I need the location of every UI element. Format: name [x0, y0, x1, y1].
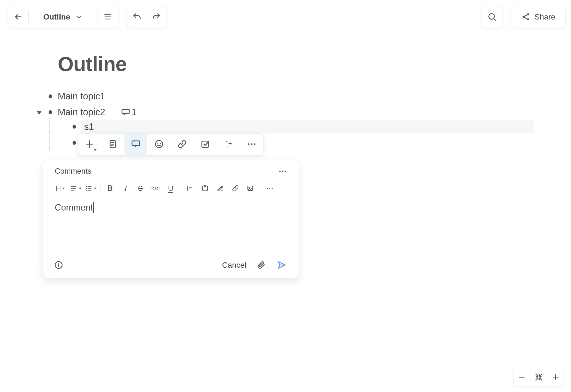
- search-icon: [487, 12, 497, 22]
- svg-text:“: “: [134, 140, 135, 144]
- comment-count: 1: [132, 107, 137, 117]
- insert-image-button[interactable]: [243, 182, 258, 194]
- fit-to-screen-button[interactable]: [530, 372, 547, 382]
- outline-item-main-topic2[interactable]: Main topic2: [58, 107, 105, 117]
- bullet-handle[interactable]: [73, 125, 76, 129]
- link-button[interactable]: [228, 182, 243, 194]
- more-button[interactable]: [240, 134, 263, 154]
- ordered-list-button[interactable]: [182, 182, 198, 194]
- topbar-left-group: Outline: [8, 6, 118, 28]
- doc-switcher-label: Outline: [43, 13, 70, 22]
- outline-item-main-topic1[interactable]: Main topic1: [58, 91, 105, 102]
- bullet-handle[interactable]: [49, 95, 52, 98]
- send-button[interactable]: [276, 260, 287, 270]
- checklist-icon: [200, 139, 210, 149]
- page-title[interactable]: Outline: [58, 52, 127, 76]
- hamburger-menu-icon: [103, 12, 112, 22]
- zoom-in-button[interactable]: [547, 373, 564, 381]
- add-icon: [84, 139, 95, 150]
- attach-button[interactable]: [257, 260, 266, 270]
- row-highlight: [81, 120, 534, 133]
- send-icon: [276, 260, 287, 270]
- bullet-handle[interactable]: [73, 141, 76, 145]
- link-icon: [177, 139, 187, 149]
- search-button[interactable]: [481, 6, 503, 28]
- share-button-label: Share: [534, 13, 555, 22]
- cancel-button[interactable]: Cancel: [222, 261, 246, 270]
- link-icon: [232, 184, 239, 192]
- underline-icon: U: [168, 184, 173, 193]
- undo-button[interactable]: [127, 6, 147, 28]
- paperclip-icon: [257, 260, 266, 270]
- italic-button[interactable]: I: [117, 182, 133, 194]
- highlighter-button[interactable]: [213, 182, 228, 194]
- emoji-button[interactable]: [147, 134, 171, 154]
- history-group: [127, 6, 166, 28]
- comments-panel-title: Comments: [55, 167, 91, 176]
- compress-icon: [534, 372, 543, 382]
- note-icon: [108, 139, 118, 149]
- comment-quote-icon: “: [131, 139, 141, 149]
- comment-format-toolbar: H: [53, 182, 289, 194]
- note-button[interactable]: [101, 134, 124, 154]
- ellipsis-icon: [247, 139, 257, 149]
- comment-input[interactable]: Comment: [55, 202, 94, 213]
- chevron-down-icon: [94, 188, 97, 189]
- inline-code-icon: </>: [151, 185, 160, 192]
- more-formats-button[interactable]: [262, 182, 278, 194]
- text-cursor: [93, 202, 94, 213]
- divider: [260, 183, 260, 194]
- checklist-button[interactable]: [194, 134, 217, 154]
- menu-button[interactable]: [98, 6, 118, 28]
- align-icon: [70, 184, 77, 192]
- minus-icon: [517, 373, 526, 381]
- bold-icon: B: [107, 184, 113, 193]
- chevron-down-icon: [74, 13, 83, 21]
- share-button[interactable]: Share: [511, 6, 566, 28]
- ai-button[interactable]: [217, 134, 240, 154]
- add-button[interactable]: [78, 134, 101, 154]
- heading-icon: H: [56, 184, 61, 193]
- italic-icon: I: [124, 184, 127, 193]
- strikethrough-icon: S: [138, 184, 143, 193]
- panel-more-button[interactable]: [278, 167, 287, 176]
- chevron-down-icon: [94, 149, 97, 151]
- insert-image-icon: [247, 184, 254, 192]
- row-floating-toolbar: “: [78, 133, 264, 155]
- zoom-out-button[interactable]: [513, 373, 530, 381]
- back-button[interactable]: [8, 6, 28, 28]
- heading-button[interactable]: H: [53, 182, 68, 194]
- link-button[interactable]: [171, 134, 194, 154]
- ordered-list-icon: [186, 184, 194, 192]
- zoom-controls: [513, 368, 564, 386]
- comment-count-badge[interactable]: 1: [121, 107, 137, 117]
- bullet-list-button[interactable]: [83, 182, 98, 194]
- underline-button[interactable]: U: [163, 182, 178, 194]
- comment-button[interactable]: “: [124, 134, 148, 154]
- comment-bubble-icon: [121, 107, 131, 117]
- ellipsis-icon: [266, 184, 274, 192]
- outline-item-s1[interactable]: s1: [84, 122, 94, 132]
- align-button[interactable]: [68, 182, 83, 194]
- info-button[interactable]: [54, 260, 64, 270]
- bullet-handle[interactable]: [49, 110, 52, 114]
- code-block-button[interactable]: [198, 182, 213, 194]
- doc-switcher[interactable]: Outline: [29, 6, 98, 28]
- redo-button[interactable]: [147, 6, 166, 28]
- ai-sparkles-icon: [223, 139, 234, 150]
- outline-editor-canvas: Outline: [0, 0, 571, 392]
- collapse-triangle-icon[interactable]: [36, 111, 42, 114]
- share-icon: [521, 12, 530, 22]
- divider: [100, 183, 101, 194]
- highlighter-icon: [216, 184, 224, 192]
- emoji-icon: [154, 139, 164, 149]
- undo-icon: [132, 12, 142, 22]
- bullet-list-icon: [85, 184, 93, 192]
- strikethrough-button[interactable]: S: [133, 182, 148, 194]
- inline-code-button[interactable]: </>: [148, 182, 163, 194]
- outline-child-guide-line: [49, 118, 50, 151]
- plus-icon: [551, 373, 560, 381]
- arrow-left-icon: [14, 12, 23, 22]
- bold-button[interactable]: B: [102, 182, 117, 194]
- comments-panel: Comments H: [43, 160, 299, 279]
